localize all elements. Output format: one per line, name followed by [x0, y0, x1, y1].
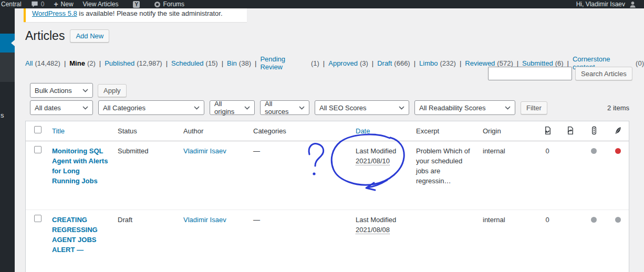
table-header-row: Title Status Author Categories Date Exce… [26, 121, 629, 141]
column-header-status: Status [118, 127, 137, 135]
select-all-checkbox[interactable] [34, 126, 41, 133]
admin-bar-view-articles[interactable]: View Articles [78, 0, 123, 8]
sidebar-item-articles-active[interactable] [0, 34, 15, 53]
filter-scheduled[interactable]: Scheduled(15) [162, 55, 218, 71]
articles-table: Title Status Author Categories Date Exce… [25, 121, 629, 272]
categories-cell: — [249, 210, 351, 272]
categories-cell: — [249, 141, 351, 210]
admin-bar: Central 0 + New View Articles Y Forums H… [0, 0, 644, 8]
filter-mine[interactable]: Mine(2) [60, 55, 96, 71]
new-label: New [61, 1, 74, 8]
excerpt-cell: Problem Which of your scheduled jobs are… [412, 141, 479, 210]
chevron-down-icon [82, 89, 88, 92]
readability-scores-filter-select[interactable]: All Readability Scores [414, 100, 515, 115]
row-checkbox[interactable] [34, 146, 41, 153]
admin-bar-site-name[interactable]: Central [0, 0, 26, 8]
outgoing-links-count [558, 141, 582, 210]
wordpress-admin-screen: Central 0 + New View Articles Y Forums H… [0, 0, 644, 272]
admin-bar-comments[interactable]: 0 [26, 0, 49, 8]
chevron-down-icon [299, 106, 305, 110]
feather-icon [614, 126, 622, 135]
column-header-categories: Categories [253, 127, 286, 135]
chevron-down-icon [505, 106, 511, 110]
readability-score-dot [615, 217, 621, 223]
incoming-links-icon [543, 126, 552, 135]
filter-draft[interactable]: Draft(666) [368, 55, 410, 71]
search-input[interactable] [488, 67, 572, 80]
add-new-button[interactable]: Add New [70, 29, 109, 43]
account-greeting: Hi, Vladimir Isaev [576, 1, 625, 8]
excerpt-cell [412, 210, 479, 272]
article-title-link[interactable]: CREATING REGRESSING AGENT JOBS ALERT — [52, 216, 98, 254]
wordpress-update-link[interactable]: WordPress 5.8 [32, 9, 77, 17]
admin-sidebar: s [0, 8, 15, 272]
seo-score-dot [591, 148, 597, 154]
origin-cell: internal [479, 210, 536, 272]
filter-all[interactable]: All(14,482) [25, 55, 60, 71]
active-item-arrow [11, 40, 15, 46]
comments-count: 0 [41, 1, 45, 8]
outgoing-links-count [558, 210, 582, 272]
chevron-down-icon [399, 106, 404, 110]
filter-limbo[interactable]: Limbo(232) [410, 55, 456, 71]
forums-icon [154, 2, 160, 7]
items-count: 2 items [607, 104, 629, 112]
status-cell: Submitted [113, 141, 179, 210]
page-title: Articles [25, 29, 65, 43]
table-row: Monitoring SQL Agent with Alerts for Lon… [26, 141, 629, 210]
readability-score-dot [615, 148, 621, 154]
column-header-title[interactable]: Title [52, 127, 65, 135]
view-articles-label: View Articles [83, 1, 119, 8]
table-row: CREATING REGRESSING AGENT JOBS ALERT — D… [26, 210, 629, 272]
origin-cell: internal [479, 141, 536, 210]
origins-filter-select[interactable]: All origins [210, 100, 255, 115]
author-link[interactable]: Vladimir Isaev [183, 147, 226, 155]
admin-bar-forums[interactable]: Forums [150, 0, 189, 8]
sidebar-open-submenu [0, 53, 15, 82]
column-header-date[interactable]: Date [356, 127, 370, 135]
plus-icon: + [54, 2, 58, 7]
column-header-seo-score [582, 121, 606, 141]
avatar-icon [629, 1, 637, 8]
column-header-outgoing-links [558, 121, 582, 141]
notice-text: WordPress 5.8 is available! Please notif… [32, 9, 223, 17]
categories-filter-select[interactable]: All Categories [98, 100, 204, 115]
filter-published[interactable]: Published(12,987) [96, 55, 162, 71]
admin-bar-new[interactable]: + New [49, 0, 78, 8]
filter-pending-review[interactable]: Pending Review(1) [251, 55, 319, 71]
admin-bar-account[interactable]: Hi, Vladimir Isaev [576, 1, 644, 8]
chevron-down-icon [194, 106, 200, 110]
column-header-author: Author [183, 127, 203, 135]
article-title-link[interactable]: Monitoring SQL Agent with Alerts for Lon… [52, 147, 108, 185]
date-label: Last Modified [356, 147, 396, 155]
update-notice: WordPress 5.8 is available! Please notif… [24, 8, 247, 22]
column-header-excerpt: Excerpt [416, 127, 439, 135]
date-cell: Last Modified 2021/08/10 [351, 141, 412, 210]
date-value: 2021/08/10 [356, 157, 390, 165]
row-checkbox[interactable] [34, 215, 41, 222]
traffic-light-icon [590, 126, 598, 135]
incoming-links-count: 0 [536, 141, 558, 210]
admin-bar-yoast[interactable]: Y [128, 0, 144, 8]
filter-bin[interactable]: Bin(38) [218, 55, 251, 71]
author-link[interactable]: Vladimir Isaev [183, 216, 226, 224]
search-articles-button[interactable]: Search Articles [575, 67, 632, 80]
notice-rest-text: is available! Please notify the site adm… [77, 9, 223, 17]
filter-button[interactable]: Filter [521, 101, 547, 114]
site-name-label: Central [1, 1, 22, 8]
date-label: Last Modified [356, 216, 396, 224]
forums-label: Forums [163, 1, 184, 8]
filter-approved[interactable]: Approved(3) [319, 55, 368, 71]
chevron-down-icon [244, 106, 250, 110]
seo-scores-filter-select[interactable]: All SEO Scores [315, 100, 409, 115]
bulk-actions-select[interactable]: Bulk Actions [30, 83, 93, 98]
dates-filter-select[interactable]: All dates [30, 100, 93, 115]
date-cell: Last Modified 2021/08/08 [351, 210, 412, 272]
yoast-icon: Y [133, 1, 140, 8]
apply-button[interactable]: Apply [98, 84, 127, 97]
comment-bubble-icon [31, 1, 38, 8]
chevron-down-icon [82, 106, 88, 110]
status-cell: Draft [113, 210, 179, 272]
seo-score-dot [591, 217, 597, 223]
sources-filter-select[interactable]: All sources [260, 100, 309, 115]
